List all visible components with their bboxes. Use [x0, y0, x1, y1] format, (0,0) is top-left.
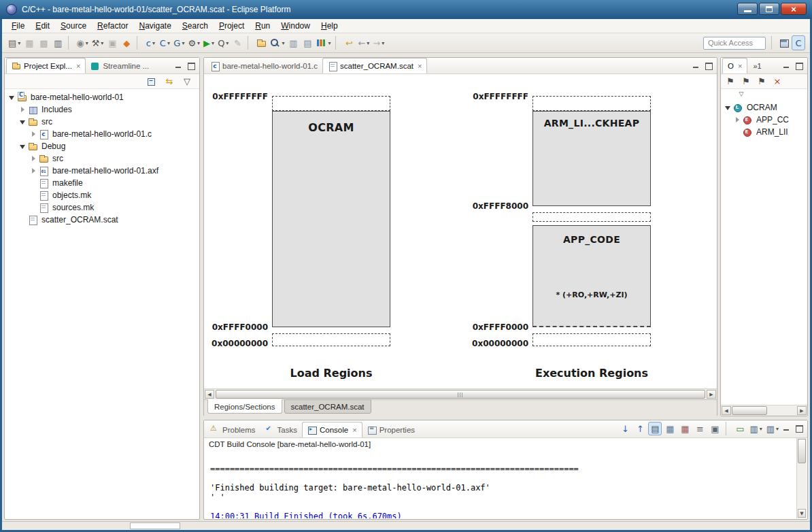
maximize-button[interactable]: [794, 61, 805, 71]
tab-streamline[interactable]: Streamline ... ×: [86, 58, 154, 73]
toolbar-separator[interactable]: [335, 36, 339, 50]
scrollbar-thumb[interactable]: [798, 439, 806, 463]
launch-button[interactable]: ◉: [75, 35, 89, 50]
tree-item[interactable]: makefile: [5, 177, 199, 189]
cpp-perspective-button[interactable]: C: [792, 35, 805, 50]
tree-item[interactable]: Debug: [5, 140, 199, 152]
copy-build-log-button[interactable]: ▣: [708, 422, 722, 435]
tree-item[interactable]: bare-metal-hello-world-01: [5, 91, 199, 103]
tab-project-explorer[interactable]: Project Expl... ×: [6, 58, 86, 73]
word-wrap-button[interactable]: ≡: [693, 422, 707, 435]
new-button[interactable]: ▤: [7, 35, 22, 50]
tab-tasks[interactable]: Tasks ×: [260, 422, 302, 437]
tab-editor-c-file[interactable]: bare-metal-hello-world-01.c ×: [205, 58, 322, 73]
scroll-left-button[interactable]: ◀: [722, 406, 731, 415]
twistie-icon[interactable]: [724, 103, 732, 112]
tab-regions-sections[interactable]: Regions/Sections: [207, 399, 282, 414]
previous-console-button[interactable]: ↑: [633, 422, 647, 435]
close-icon[interactable]: ×: [418, 62, 422, 70]
delete-button[interactable]: ×: [771, 74, 784, 89]
tab-console[interactable]: Console ×: [302, 422, 362, 437]
menu-source[interactable]: Source: [55, 20, 92, 32]
tree-item[interactable]: src: [5, 116, 199, 128]
tree-item[interactable]: objects.mk: [5, 189, 199, 201]
chart-button[interactable]: [315, 35, 332, 50]
external-tools-button[interactable]: ⚙: [186, 35, 201, 50]
clear-console-button[interactable]: ▭: [733, 422, 747, 435]
collapse-all-button[interactable]: [145, 74, 158, 89]
menu-navigate[interactable]: Navigate: [133, 20, 176, 32]
print-button[interactable]: ▥: [51, 35, 65, 50]
menu-search[interactable]: Search: [177, 20, 214, 32]
tab-outline[interactable]: O ×: [722, 58, 747, 73]
scroll-right-button[interactable]: ▶: [797, 406, 807, 415]
outline-view-menu-button[interactable]: ▽: [734, 87, 748, 102]
pin-editor-button[interactable]: ▤: [301, 35, 314, 50]
profile-button[interactable]: Q: [216, 35, 230, 50]
view-menu-button[interactable]: ▽: [180, 74, 194, 89]
build-all-button[interactable]: ▣: [105, 35, 119, 50]
twistie-icon[interactable]: [734, 128, 742, 136]
toolbar-separator[interactable]: [248, 36, 251, 50]
open-perspective-button[interactable]: [777, 35, 791, 50]
tab-editor-scat[interactable]: scatter_OCRAM.scat ×: [322, 58, 427, 73]
twistie-icon[interactable]: [30, 203, 38, 212]
minimize-button[interactable]: [173, 61, 183, 71]
trace-button[interactable]: ✎: [231, 35, 244, 50]
quick-access-box[interactable]: Quick Access: [703, 37, 766, 50]
outline-horizontal-scrollbar[interactable]: ◀ ▶: [721, 405, 807, 416]
twistie-icon[interactable]: [19, 118, 27, 126]
save-all-button[interactable]: ▩: [37, 35, 50, 50]
menu-edit[interactable]: Edit: [30, 20, 55, 32]
menu-help[interactable]: Help: [316, 20, 343, 32]
region-box-appcode[interactable]: APP_CODE * (+RO,+RW,+ZI): [532, 225, 651, 327]
add-section-button[interactable]: ⚑: [755, 74, 768, 89]
minimize-button[interactable]: [690, 61, 700, 71]
menu-refactor[interactable]: Refactor: [92, 20, 133, 32]
close-icon[interactable]: ×: [738, 62, 742, 70]
open-folder-button[interactable]: [254, 35, 268, 50]
maximize-button[interactable]: [704, 61, 714, 71]
open-element-button[interactable]: G: [172, 35, 186, 50]
tab-problems[interactable]: Problems ×: [205, 422, 260, 437]
back-button[interactable]: ←: [356, 35, 371, 50]
run-button[interactable]: ▶: [202, 35, 216, 50]
twistie-icon[interactable]: [30, 130, 38, 138]
tree-item[interactable]: ARM_LII: [721, 126, 807, 138]
next-console-button[interactable]: ↓: [618, 422, 632, 435]
tree-item[interactable]: APP_CC: [721, 114, 807, 126]
tree-item[interactable]: src: [5, 152, 199, 165]
open-console-button[interactable]: ▥: [765, 422, 780, 435]
tree-item[interactable]: OCRAM: [721, 101, 807, 114]
scrollbar-thumb[interactable]: [216, 390, 705, 399]
save-button[interactable]: ▦: [22, 35, 36, 50]
twistie-icon[interactable]: [30, 179, 38, 187]
menu-file[interactable]: File: [6, 20, 30, 32]
twistie-icon[interactable]: [19, 142, 27, 150]
show-stderr-button[interactable]: ▦: [678, 422, 692, 435]
tree-item[interactable]: bare-metal-hello-world-01.axf: [5, 165, 199, 177]
maximize-button[interactable]: [186, 61, 197, 71]
twistie-icon[interactable]: [19, 105, 27, 114]
forward-button[interactable]: →: [371, 35, 386, 50]
tab-scat-source[interactable]: scatter_OCRAM.scat: [284, 399, 371, 414]
console-output[interactable]: ========================================…: [205, 450, 796, 518]
scroll-lock-button[interactable]: ▤: [648, 422, 662, 435]
console-vertical-scrollbar[interactable]: ▲ ▼: [796, 438, 807, 518]
last-edit-location-button[interactable]: ↩: [342, 35, 356, 50]
maximize-button[interactable]: [794, 424, 805, 433]
search-button[interactable]: [269, 35, 286, 50]
twistie-icon[interactable]: [30, 167, 38, 175]
toolbar-separator[interactable]: [137, 36, 140, 50]
scrollbar-thumb[interactable]: [732, 406, 767, 415]
close-icon[interactable]: ×: [76, 62, 80, 70]
minimize-button[interactable]: [781, 424, 791, 433]
scroll-left-button[interactable]: ◀: [205, 390, 214, 399]
menu-run[interactable]: Run: [250, 20, 275, 32]
show-stdout-button[interactable]: ▦: [663, 422, 677, 435]
link-with-editor-button[interactable]: ⇆: [163, 74, 176, 89]
tree-item[interactable]: Includes: [5, 103, 199, 116]
twistie-icon[interactable]: [30, 154, 38, 163]
twistie-icon[interactable]: [30, 191, 38, 199]
editor-horizontal-scrollbar[interactable]: ◀ ▶: [204, 388, 717, 399]
